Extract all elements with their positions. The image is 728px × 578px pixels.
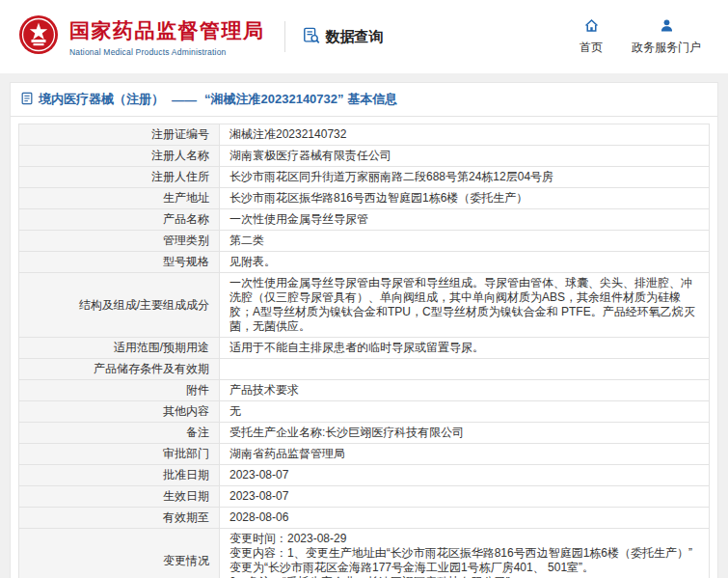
row-value: [220, 359, 710, 380]
brand: 国家药品监督管理局 National Medical Products Admi…: [17, 14, 265, 60]
row-value: 湘械注准20232140732: [220, 124, 710, 146]
registration-info-table: 注册证编号 湘械注准20232140732 注册人名称 湖南寰极医疗器械有限责任…: [18, 124, 710, 578]
breadcrumb-separator: ——: [172, 93, 197, 107]
table-row: 注册人名称 湖南寰极医疗器械有限责任公司: [19, 146, 710, 167]
row-value: 一次性使用金属导丝导尿管: [220, 209, 710, 231]
row-value: 湖南省药品监督管理局: [220, 444, 710, 465]
table-row: 适用范围/预期用途 适用于不能自主排尿患者的临时导尿或留置导尿。: [19, 338, 710, 359]
nav-home[interactable]: 首页: [580, 17, 603, 56]
row-value: 2023-08-07: [220, 465, 710, 486]
row-label: 产品储存条件及有效期: [19, 359, 220, 380]
table-row: 备注 受托生产企业名称:长沙巨翊医疗科技有限公司: [19, 423, 710, 444]
row-label: 注册人住所: [19, 167, 220, 188]
row-label: 变更情况: [19, 529, 220, 578]
data-query-label: 数据查询: [326, 28, 384, 46]
row-value: 见附表。: [220, 252, 710, 273]
table-row: 结构及组成/主要组成成分 一次性使用金属导丝导尿管由导尿管和导丝组成。导尿管由管…: [19, 273, 710, 338]
row-label: 附件: [19, 380, 220, 401]
table-row: 审批部门 湖南省药品监督管理局: [19, 444, 710, 465]
row-value: 长沙市雨花区振华路816号西边智庭园1栋6楼（委托生产）: [220, 188, 710, 209]
nav-home-label: 首页: [580, 40, 603, 56]
row-label: 注册证编号: [19, 124, 220, 146]
row-value: 湖南寰极医疗器械有限责任公司: [220, 146, 710, 167]
site-header: 国家药品监督管理局 National Medical Products Admi…: [0, 0, 728, 73]
row-value: 受托生产企业名称:长沙巨翊医疗科技有限公司: [220, 423, 710, 444]
home-icon: [583, 17, 600, 37]
agency-name-cn: 国家药品监督管理局: [69, 17, 265, 44]
breadcrumb-section[interactable]: 境内医疗器械（注册）: [39, 91, 164, 108]
table-row: 变更情况 变更时间：2023-08-29 变更内容：1、变更生产地址由“长沙市雨…: [19, 529, 710, 578]
content-wrap: 境内医疗器械（注册） —— “湘械注准20232140732” 基本信息 注册证…: [0, 73, 728, 578]
table-row: 注册证编号 湘械注准20232140732: [19, 124, 710, 146]
row-value: 2028-08-06: [220, 508, 710, 529]
header-divider: [284, 21, 285, 52]
nav-data-query[interactable]: 数据查询: [303, 27, 384, 47]
agency-name-en: National Medical Products Administration: [69, 47, 265, 57]
row-label: 生效日期: [19, 486, 220, 508]
row-label: 结构及组成/主要组成成分: [19, 273, 220, 338]
breadcrumb-detail: “湘械注准20232140732” 基本信息: [204, 91, 397, 108]
row-value: 变更时间：2023-08-29 变更内容：1、变更生产地址由“长沙市雨花区振华路…: [220, 529, 710, 578]
table-row: 产品储存条件及有效期: [19, 359, 710, 380]
table-row: 其他内容 无: [19, 401, 710, 423]
table-row: 产品名称 一次性使用金属导丝导尿管: [19, 209, 710, 231]
breadcrumb: 境内医疗器械（注册） —— “湘械注准20232140732” 基本信息: [11, 83, 717, 117]
content-box: 境内医疗器械（注册） —— “湘械注准20232140732” 基本信息 注册证…: [10, 82, 718, 578]
row-value: 无: [220, 401, 710, 423]
table-row: 型号规格 见附表。: [19, 252, 710, 273]
table-row: 批准日期 2023-08-07: [19, 465, 710, 486]
row-label: 批准日期: [19, 465, 220, 486]
row-label: 生产地址: [19, 188, 220, 209]
row-label: 管理类别: [19, 231, 220, 252]
row-label: 产品名称: [19, 209, 220, 231]
row-label: 审批部门: [19, 444, 220, 465]
row-label: 注册人名称: [19, 146, 220, 167]
row-value: 适用于不能自主排尿患者的临时导尿或留置导尿。: [220, 338, 710, 359]
row-value: 产品技术要求: [220, 380, 710, 401]
row-value: 长沙市雨花区同升街道万家丽南路二段688号第24栋12层04号房: [220, 167, 710, 188]
data-query-icon: [303, 27, 320, 47]
row-label: 型号规格: [19, 252, 220, 273]
nav-portal-label: 政务服务门户: [632, 40, 701, 56]
row-value: 2023-08-07: [220, 486, 710, 508]
user-icon: [659, 17, 675, 37]
table-row: 管理类别 第二类: [19, 231, 710, 252]
row-label: 适用范围/预期用途: [19, 338, 220, 359]
table-row: 有效期至 2028-08-06: [19, 508, 710, 529]
row-label: 有效期至: [19, 508, 220, 529]
nav-portal[interactable]: 政务服务门户: [632, 17, 701, 56]
table-row: 生产地址 长沙市雨花区振华路816号西边智庭园1栋6楼（委托生产）: [19, 188, 710, 209]
table-row: 附件 产品技术要求: [19, 380, 710, 401]
table-row: 生效日期 2023-08-07: [19, 486, 710, 508]
document-icon: [20, 92, 34, 108]
row-label: 备注: [19, 423, 220, 444]
nmpa-emblem-logo: [17, 14, 60, 60]
table-row: 注册人住所 长沙市雨花区同升街道万家丽南路二段688号第24栋12层04号房: [19, 167, 710, 188]
row-label: 其他内容: [19, 401, 220, 423]
top-nav: 首页 政务服务门户: [580, 17, 701, 56]
row-value: 一次性使用金属导丝导尿管由导尿管和导丝组成。导尿管由管体、球囊、尖头、排泄腔、冲…: [220, 273, 710, 338]
brand-text: 国家药品监督管理局 National Medical Products Admi…: [69, 17, 265, 57]
row-value: 第二类: [220, 231, 710, 252]
